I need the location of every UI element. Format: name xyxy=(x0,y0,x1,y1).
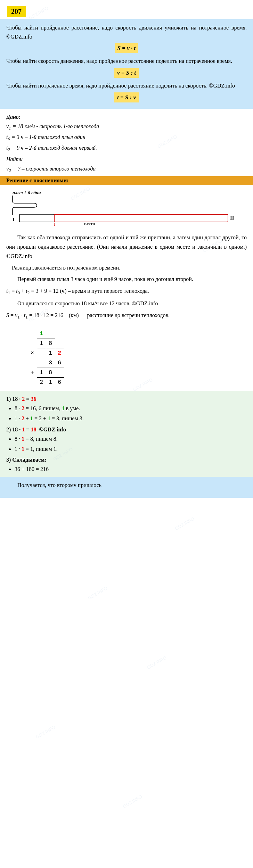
svg-text:I: I xyxy=(13,217,15,222)
multiplication-section: 1 1 8 × 1 2 xyxy=(0,327,253,391)
given-line-2: t0 = 3 ч – 1-й теплоход плыл один xyxy=(6,132,247,143)
explanation-section: 1) 18 · 2 = 36 8 · 2 = 16, 6 пишем, 1 в … xyxy=(0,391,253,477)
step-1-bullet-1: 8 · 2 = 16, 6 пишем, 1 в уме. xyxy=(15,404,247,413)
mult-cell-empty2 xyxy=(46,329,55,339)
mult-cell-p2-2: 8 xyxy=(46,368,55,378)
mult-row-multiplier: × 1 2 xyxy=(28,348,64,358)
problem-number: 207 xyxy=(7,6,26,17)
mult-cell-p1-3: 6 xyxy=(55,358,64,368)
mult-table: 1 1 8 × 1 2 xyxy=(28,329,64,388)
wm14: GDZ INFO xyxy=(35,724,56,739)
text-block-3: Первый сначала плыл 3 часа один и ещё 9 … xyxy=(6,274,247,284)
mult-cell-1: 1 xyxy=(37,339,46,348)
text-block-1: Так как оба теплохода отправились от одн… xyxy=(6,233,247,261)
formula-2-line: v = S : t xyxy=(6,67,247,78)
mult-row-partial2: + 1 8 xyxy=(28,368,64,378)
theory-section: Чтобы найти пройденное расстояние, надо … xyxy=(0,19,253,109)
main-text-section: Так как оба теплохода отправились от одн… xyxy=(0,229,253,327)
diagram-svg: плыл 1-й один I II проплыли оба xyxy=(10,188,246,226)
find-label: Найти xyxy=(6,155,247,164)
bottom-section: Получается, что второму пришлось xyxy=(0,477,253,498)
mult-row-multiplicand: 1 8 xyxy=(28,339,64,348)
wm11: GDZ.INFO xyxy=(174,516,195,531)
page-wrapper: GDZ.INFO GDZ INFO GDZ.INFO GDZ INFO GDZ.… xyxy=(0,0,253,868)
given-title: Дано: xyxy=(6,112,247,122)
formula-3-line: t = S : v xyxy=(6,92,247,103)
svg-rect-2 xyxy=(19,214,54,222)
mult-cell-plus: + xyxy=(28,368,37,378)
step-1-bullets: 8 · 2 = 16, 6 пишем, 1 в уме. 1 · 2 + 1 … xyxy=(15,404,247,423)
step-3-bullet-1: 36 + 180 = 216 xyxy=(15,464,247,474)
step-2-bullet-2: 1 · 1 = 1, пишем 1. xyxy=(15,444,247,454)
mult-row-result: 2 1 6 xyxy=(28,378,64,387)
mult-cell-m2-2: 2 xyxy=(55,348,64,358)
theory-text-2: Чтобы найти скорость движения, надо прой… xyxy=(6,57,247,66)
text-block-5: Он двигался со скоростью 18 км/ч все 12 … xyxy=(6,299,247,308)
wm13: GDZ.INFO xyxy=(146,655,167,670)
mult-cell-p1-2: 3 xyxy=(46,358,55,368)
diagram-section: плыл 1-й один I II проплыли оба xyxy=(0,185,253,229)
svg-text:II: II xyxy=(230,215,234,221)
mult-cell-carry-1: 1 xyxy=(37,329,46,339)
step-2-title: 2) 18 · 1 = 18 ©GDZ.info xyxy=(6,427,66,432)
mult-cell-p2-1: 1 xyxy=(37,368,46,378)
mult-cell-8: 8 xyxy=(46,339,55,348)
step-2-bullet-1: 8 · 1 = 8, пишем 8. xyxy=(15,434,247,444)
step-1: 1) 18 · 2 = 36 8 · 2 = 16, 6 пишем, 1 в … xyxy=(6,394,247,423)
step-3-title: 3) Складываем: xyxy=(6,457,47,463)
mult-cell-empty6 xyxy=(28,378,37,387)
mult-cell-p1-1 xyxy=(37,358,46,368)
formula-1: S = v · t xyxy=(115,43,139,53)
wm15: GDZ.INFO xyxy=(122,794,143,809)
formula-3: t = S : v xyxy=(114,92,139,102)
given-line-3: t2 = 9 ч – 2-й теплоход догнал первый. xyxy=(6,143,247,154)
bottom-text: Получается, что второму пришлось xyxy=(6,480,247,490)
text-block-2: Разница заключается в потраченном времен… xyxy=(6,263,247,272)
mult-row-carry: 1 xyxy=(28,329,64,339)
mult-cell-r1: 2 xyxy=(37,378,46,387)
step-3-bullets: 36 + 180 = 216 xyxy=(15,464,247,474)
diagram-svg-area: плыл 1-й один I II проплыли оба xyxy=(10,188,247,226)
mult-cell-empty1 xyxy=(28,329,37,339)
step-2: 2) 18 · 1 = 18 ©GDZ.info 8 · 1 = 8, пише… xyxy=(6,425,247,454)
svg-rect-3 xyxy=(54,214,228,222)
theory-text-1: Чтобы найти пройденное расстояние, надо … xyxy=(6,23,247,41)
step-2-bullets: 8 · 1 = 8, пишем 8. 1 · 1 = 1, пишем 1. xyxy=(15,434,247,454)
mult-cell-empty4 xyxy=(55,339,64,348)
mult-cell-op-empty xyxy=(28,339,37,348)
diagram-container: плыл 1-й один I II проплыли оба xyxy=(10,188,247,226)
given-line-1: v1 = 18 км/ч - скорость 1-го теплохода xyxy=(6,122,247,132)
diagram-label-vsego: всего xyxy=(84,221,95,226)
formula-2: v = S : t xyxy=(114,68,139,78)
step-1-bullet-2: 1 · 2 + 1 = 2 + 1 = 3, пишем 3. xyxy=(15,414,247,423)
mult-row-partial1: 3 6 xyxy=(28,358,64,368)
solution-header: Решение с пояснениями: xyxy=(0,176,253,185)
mult-cell-empty5 xyxy=(28,358,37,368)
mult-cell-r3: 6 xyxy=(55,378,64,387)
text-block-4: t1 = t0 + t2 = 3 + 9 = 12 (ч) – время в … xyxy=(6,286,247,297)
wm12: GDZ INFO xyxy=(87,585,108,601)
mult-cell-m2-1: 1 xyxy=(46,348,55,358)
given-section: Дано: v1 = 18 км/ч - скорость 1-го тепло… xyxy=(0,109,253,176)
mult-cell-empty3 xyxy=(55,329,64,339)
header-area: 207 xyxy=(0,0,253,17)
formula-1-line: S = v · t xyxy=(6,42,247,54)
svg-text:плыл 1-й один: плыл 1-й один xyxy=(13,190,41,195)
mult-cell-x: × xyxy=(28,348,37,358)
mult-cell-p2-3 xyxy=(55,368,64,378)
step-3: 3) Складываем: 36 + 180 = 216 xyxy=(6,455,247,474)
step-1-title: 1) 18 · 2 = 36 xyxy=(6,396,36,402)
mult-cell-r2: 1 xyxy=(46,378,55,387)
mult-cell-m1 xyxy=(37,348,46,358)
find-line-1: v2 = ? – скорость второго теплохода xyxy=(6,164,247,175)
theory-text-3: Чтобы найти потраченное время, надо прой… xyxy=(6,81,247,90)
text-block-6: S = v1 · t1 = 18 · 12 = 216 (км) – расст… xyxy=(6,311,247,321)
